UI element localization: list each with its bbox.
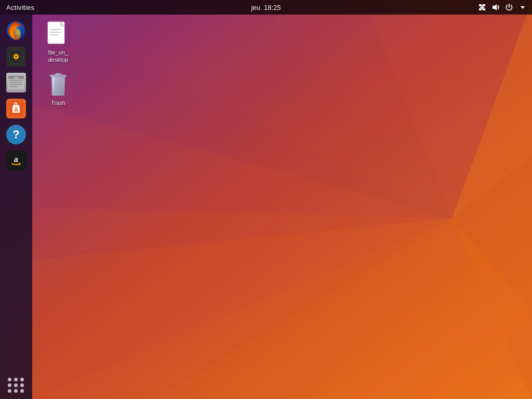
svg-rect-46 [55,73,61,75]
trash-label: Trash [51,99,65,107]
svg-rect-16 [479,8,482,10]
desktop-icons: file_on_ desktop [37,20,79,109]
clock: jeu. 18:25 [251,4,281,11]
grid-dot [8,378,11,381]
svg-marker-21 [521,6,525,9]
grid-dot [14,383,18,387]
svg-rect-43 [50,32,61,33]
grid-dot [14,378,18,381]
desktop [0,0,532,399]
power-icon[interactable] [504,2,514,12]
dock-item-files[interactable] [4,71,28,95]
system-tray [477,2,528,12]
desktop-icon-trash[interactable]: Trash [37,70,79,109]
file-on-desktop-label: file_on_ desktop [39,49,77,64]
dock-item-sound[interactable] [4,45,28,69]
dock: A ? a [0,15,32,399]
grid-dot [8,389,11,393]
svg-marker-20 [493,4,497,10]
grid-dot [20,378,24,381]
svg-rect-14 [479,4,482,6]
activities-button[interactable]: Activities [4,4,36,11]
svg-rect-32 [9,84,23,85]
dock-item-amazon[interactable]: a [4,149,28,172]
svg-text:a: a [14,155,18,164]
top-panel: Activities jeu. 18:25 [0,0,532,15]
svg-rect-31 [9,82,23,83]
grid-dot [8,383,11,387]
svg-rect-30 [9,80,23,81]
svg-rect-17 [483,8,485,10]
grid-dot [20,389,24,393]
system-menu-arrow-icon[interactable] [517,2,528,12]
dock-item-firefox[interactable] [4,19,28,43]
grid-dot [14,389,18,393]
dock-item-help[interactable]: ? [4,123,28,147]
desktop-icon-file[interactable]: file_on_ desktop [37,20,79,66]
show-apps-button[interactable] [8,378,24,393]
trash-icon [46,72,71,97]
svg-rect-44 [50,34,58,35]
svg-rect-15 [483,4,485,6]
grid-dot [20,383,24,387]
dock-item-appstore[interactable]: A [4,97,28,121]
svg-rect-33 [9,86,19,87]
svg-rect-42 [50,29,61,30]
network-icon[interactable] [477,2,487,12]
svg-rect-34 [14,77,19,78]
svg-text:A: A [14,107,18,113]
svg-point-27 [16,56,17,57]
file-icon [46,22,71,47]
svg-rect-19 [480,7,484,8]
volume-icon[interactable] [490,2,501,12]
